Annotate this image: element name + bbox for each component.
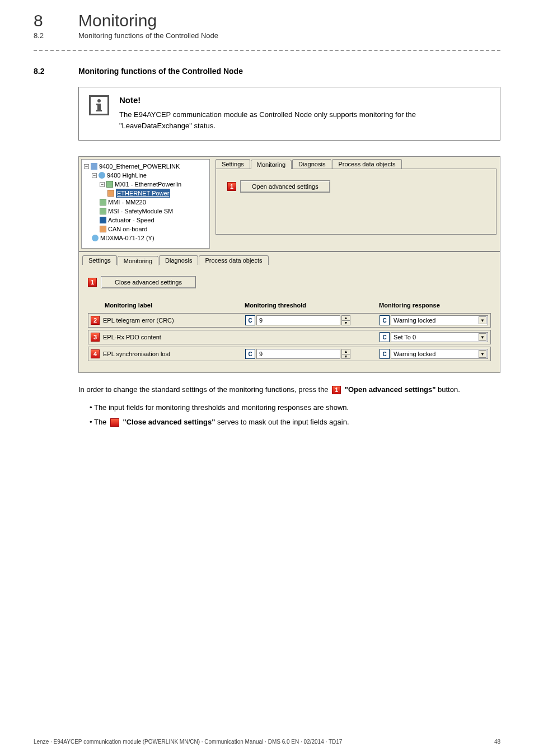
c-button[interactable]: C [245, 349, 255, 359]
page-number: 48 [494, 739, 500, 745]
note-text: The E94AYCEP communication module as Con… [119, 109, 490, 131]
tree-node[interactable]: Actuator - Speed [108, 216, 154, 225]
bullet-item: • The input fields for monitoring thresh… [90, 402, 500, 414]
note-heading: Note! [119, 95, 490, 105]
monitoring-row: 2 EPL telegram error (CRC) C 9 ▲▼ C Warn… [88, 313, 491, 328]
monitoring-headers: Monitoring label Monitoring threshold Mo… [88, 298, 491, 313]
c-button[interactable]: C [380, 332, 390, 342]
collapse-icon[interactable]: − [92, 173, 97, 178]
bullet-item: • The 1 "Close advanced settings" serves… [90, 417, 500, 428]
screenshot-tree-tabs: −9400_Ethernet_POWERLINK −9400 HighLine … [78, 156, 500, 251]
screenshot-monitoring-table: Settings Monitoring Diagnosis Process da… [78, 251, 500, 373]
unknown-icon [92, 235, 99, 241]
callout-marker-3: 3 [91, 333, 100, 342]
chevron-down-icon[interactable]: ▼ [479, 316, 486, 324]
divider [34, 50, 500, 51]
tab-process-data[interactable]: Process data objects [199, 255, 268, 265]
callout-marker-2: 2 [91, 316, 100, 325]
monitoring-row: 3 EPL-Rx PDO content C Set To 0▼ [88, 330, 491, 344]
project-icon [91, 163, 97, 170]
tree-node[interactable]: MMI - MM220 [108, 198, 146, 207]
tree-node[interactable]: MSI - SafetyModule SM [108, 207, 173, 216]
chevron-down-icon[interactable]: ▼ [479, 350, 486, 358]
callout-marker-1-inline: 1 [332, 386, 341, 394]
collapse-icon[interactable]: − [84, 164, 89, 169]
tab-content: 1 Open advanced settings [216, 169, 496, 235]
sub-header: 8.2 Monitoring functions of the Controll… [34, 31, 500, 40]
tab-settings[interactable]: Settings [82, 255, 117, 265]
device-tree[interactable]: −9400_Ethernet_POWERLINK −9400 HighLine … [81, 159, 210, 249]
response-select[interactable]: Warning locked▼ [391, 349, 488, 359]
tree-node[interactable]: MXI1 - EthernetPowerlin [115, 180, 181, 189]
device-icon [99, 172, 105, 179]
section-title: Monitoring functions of the Controlled N… [78, 67, 243, 76]
threshold-input[interactable]: 9 [256, 349, 340, 359]
module-icon [107, 190, 114, 197]
chevron-down-icon[interactable]: ▼ [479, 333, 486, 341]
info-icon [89, 95, 109, 115]
chapter-title: Monitoring [78, 11, 157, 30]
c-button[interactable]: C [245, 315, 255, 325]
monitoring-label: EPL telegram error (CRC) [103, 317, 245, 324]
module-icon [100, 199, 106, 206]
c-button[interactable]: C [380, 315, 390, 325]
tree-node[interactable]: 9400 HighLine [107, 171, 147, 180]
section-heading: 8.2 Monitoring functions of the Controll… [34, 67, 500, 76]
callout-marker-4: 4 [91, 349, 100, 358]
svg-point-0 [97, 99, 101, 102]
close-advanced-button[interactable]: Close advanced settings [101, 276, 196, 288]
monitoring-label: EPL synchronisation lost [103, 351, 245, 357]
footer-text: Lenze · E94AYCEP communication module (P… [34, 739, 342, 745]
sub-title: Monitoring functions of the Controlled N… [78, 31, 218, 40]
chapter-number: 8 [34, 11, 78, 30]
paragraph: In order to change the standard settings… [78, 384, 500, 395]
note-box: Note! The E94AYCEP communication module … [78, 87, 500, 141]
threshold-input[interactable]: 9 [256, 315, 340, 325]
spinner[interactable]: ▲▼ [341, 315, 350, 325]
header-label: Monitoring label [105, 302, 245, 309]
response-select[interactable]: Warning locked▼ [391, 315, 488, 325]
collapse-icon[interactable]: − [100, 182, 105, 187]
svg-rect-3 [96, 104, 99, 105]
module-icon [100, 226, 106, 232]
monitoring-row: 4 EPL synchronisation lost C 9 ▲▼ C Warn… [88, 347, 491, 361]
c-button[interactable]: C [380, 349, 390, 359]
sub-number: 8.2 [34, 31, 78, 40]
module-icon [106, 181, 113, 188]
tab-settings[interactable]: Settings [216, 159, 250, 169]
footer: Lenze · E94AYCEP communication module (P… [34, 739, 500, 745]
callout-marker-1: 1 [227, 182, 236, 191]
tab-process-data[interactable]: Process data objects [332, 159, 401, 169]
open-advanced-button[interactable]: Open advanced settings [240, 180, 330, 193]
module-icon [100, 208, 106, 214]
tree-node-selected[interactable]: ETHERNET Power [116, 189, 170, 198]
tree-node[interactable]: CAN on-board [108, 225, 147, 234]
svg-rect-2 [96, 110, 102, 111]
header-response: Monitoring response [379, 302, 489, 309]
chapter-header: 8 Monitoring [34, 11, 500, 30]
spinner-up-icon[interactable]: ▲ [342, 349, 350, 354]
tab-strip: Settings Monitoring Diagnosis Process da… [82, 255, 496, 265]
tree-root[interactable]: 9400_Ethernet_POWERLINK [99, 162, 180, 171]
tab-strip: Settings Monitoring Diagnosis Process da… [216, 159, 496, 169]
tab-diagnosis[interactable]: Diagnosis [159, 255, 198, 265]
header-threshold: Monitoring threshold [245, 302, 379, 309]
spinner[interactable]: ▲▼ [341, 349, 350, 359]
tree-node[interactable]: MDXMA-071-12 (Y) [100, 234, 154, 242]
spinner-up-icon[interactable]: ▲ [342, 316, 350, 321]
tab-monitoring[interactable]: Monitoring [251, 160, 292, 169]
tab-monitoring[interactable]: Monitoring [118, 256, 158, 265]
tab-diagnosis[interactable]: Diagnosis [292, 159, 331, 169]
callout-marker-1: 1 [88, 278, 97, 287]
callout-marker-1-inline: 1 [110, 418, 119, 427]
spinner-down-icon[interactable]: ▼ [342, 354, 350, 359]
monitoring-label: EPL-Rx PDO content [103, 334, 245, 340]
response-select[interactable]: Set To 0▼ [391, 332, 488, 342]
actuator-icon [100, 217, 106, 223]
spinner-down-icon[interactable]: ▼ [342, 321, 350, 325]
section-number: 8.2 [34, 67, 78, 76]
